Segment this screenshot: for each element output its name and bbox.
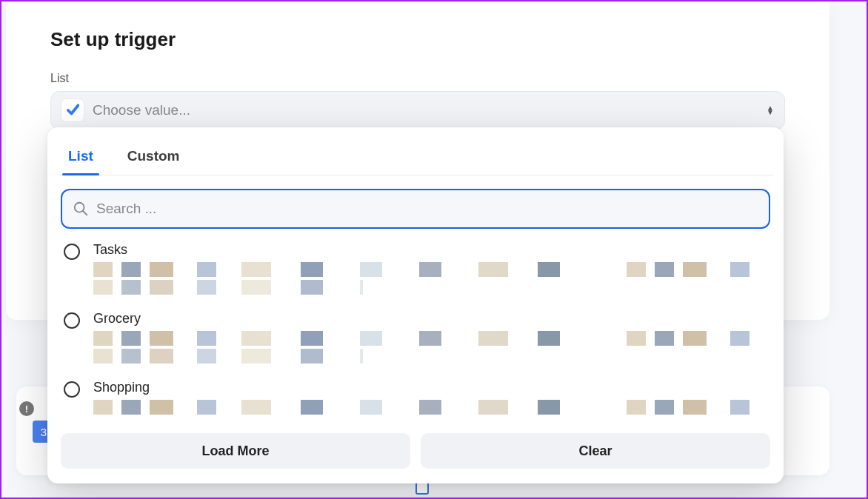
option-label: Shopping	[93, 380, 767, 395]
select-placeholder: Choose value...	[93, 102, 767, 118]
sort-arrows-icon: ▲▼	[767, 106, 774, 115]
radio-icon	[64, 312, 80, 329]
option-tasks[interactable]: Tasks	[64, 236, 767, 305]
search-icon	[73, 201, 89, 217]
option-label: Tasks	[93, 242, 767, 258]
option-grocery[interactable]: Grocery	[64, 305, 767, 374]
page-title: Set up trigger	[50, 28, 785, 51]
option-list: Tasks Grocery Shopping	[58, 229, 773, 421]
option-label: Grocery	[93, 311, 767, 326]
list-select[interactable]: Choose value... ▲▼	[50, 91, 785, 130]
svg-line-1	[83, 211, 87, 215]
option-shopping[interactable]: Shopping	[64, 374, 767, 421]
redacted-text	[93, 331, 767, 346]
radio-icon	[64, 244, 80, 260]
tab-custom[interactable]: Custom	[124, 138, 183, 175]
app-checkmark-icon	[61, 99, 84, 121]
redacted-text	[93, 280, 363, 295]
field-label-list: List	[50, 72, 785, 85]
warning-badge-icon: !	[19, 401, 34, 416]
dropdown-actions: Load More Clear	[58, 433, 773, 469]
search-input[interactable]	[96, 201, 758, 217]
dropdown-tabs: List Custom	[58, 138, 773, 175]
redacted-text	[93, 262, 767, 277]
redacted-text	[93, 400, 767, 415]
redacted-text	[93, 349, 363, 364]
list-dropdown: List Custom Tasks Grocery Shoppin	[47, 127, 784, 483]
tab-list[interactable]: List	[65, 138, 96, 175]
clear-button[interactable]: Clear	[421, 433, 770, 469]
search-field-wrap[interactable]	[61, 189, 770, 229]
radio-icon	[64, 381, 80, 398]
load-more-button[interactable]: Load More	[61, 433, 410, 469]
